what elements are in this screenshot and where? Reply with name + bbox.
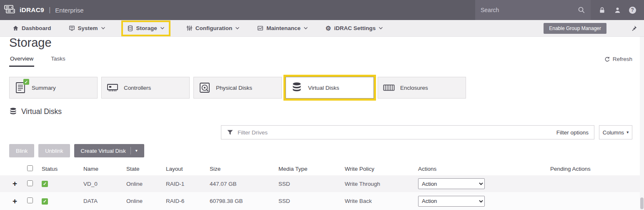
table-row: + ✓ DATA Online RAID-6 60798.38 GB SSD W… [0, 192, 640, 210]
idrac-storage-screen: iDRAC9 | Enterprise [0, 0, 644, 210]
storage-cards: ✓ Summary Controllers [9, 77, 466, 99]
nav-item-maintenance[interactable]: Maintenance [257, 25, 308, 31]
section-head: Virtual Disks [9, 107, 62, 116]
vertical-scrollbar-track[interactable] [640, 37, 644, 210]
card-virtual-disks[interactable]: Virtual Disks [286, 77, 374, 99]
check-glyph: ✓ [43, 181, 47, 187]
tabs: Overview Tasks [9, 56, 66, 67]
check-glyph: ✓ [25, 80, 28, 84]
card-controllers[interactable]: Controllers [101, 77, 190, 99]
refresh-button[interactable]: Refresh [604, 56, 632, 62]
enable-group-manager-button[interactable]: Enable Group Manager [544, 23, 606, 34]
nav-label: Storage [136, 25, 157, 31]
help-icon[interactable]: ? [629, 7, 636, 14]
virtual-disks-section-icon [9, 107, 17, 116]
chevron-down-icon [160, 27, 165, 30]
column-header-media-type: Media Type [278, 166, 345, 172]
gear-icon: ⚙ [326, 25, 331, 31]
topbar-icons: ? [591, 0, 644, 20]
expand-row-button[interactable]: + [9, 179, 27, 188]
chevron-down-icon [378, 27, 383, 30]
columns-dropdown-button[interactable]: Columns ▾ [599, 125, 632, 139]
cell-size: 447.07 GB [210, 181, 278, 187]
chevron-down-icon [235, 27, 240, 30]
nav-label: System [78, 25, 98, 31]
storage-icon [127, 25, 133, 32]
ok-badge-icon: ✓ [23, 79, 29, 85]
cell-write-policy: Write Back [345, 198, 418, 204]
refresh-label: Refresh [613, 56, 632, 62]
virtual-disks-icon [291, 81, 303, 94]
card-label: Summary [32, 85, 56, 91]
cell-state: Online [126, 181, 166, 187]
nav-item-configuration[interactable]: Configuration [186, 25, 240, 31]
unblink-button[interactable]: Unblink [38, 144, 70, 157]
brand-edition: Enterprise [55, 7, 83, 14]
cell-layout: RAID-1 [166, 181, 210, 187]
brand: iDRAC9 | Enterprise [3, 0, 84, 20]
button-divider [130, 147, 131, 154]
cell-name: VD_0 [83, 181, 126, 187]
pin-icon[interactable] [631, 25, 637, 32]
check-glyph: ✓ [43, 199, 47, 204]
select-all-checkbox[interactable] [27, 165, 33, 171]
filter-options-link[interactable]: Filter options [556, 129, 589, 136]
filter-funnel-icon [227, 129, 233, 136]
topbar: iDRAC9 | Enterprise [0, 0, 644, 20]
column-header-write-policy: Write Policy [345, 166, 418, 172]
column-header-name: Name [83, 166, 126, 172]
page-title: Storage [9, 36, 52, 50]
nav-item-system[interactable]: System [69, 25, 105, 31]
blink-button[interactable]: Blink [9, 144, 34, 157]
column-header-size: Size [210, 166, 278, 172]
topbar-search [475, 0, 591, 20]
configuration-icon [186, 25, 193, 31]
column-header-status: Status [42, 166, 83, 172]
nav-item-idrac-settings[interactable]: ⚙ iDRAC Settings [326, 25, 383, 31]
card-summary[interactable]: ✓ Summary [9, 77, 98, 99]
filter-drives-input[interactable] [238, 129, 552, 136]
row-checkbox[interactable] [27, 180, 33, 186]
column-header-actions: Actions [418, 166, 550, 172]
card-label: Virtual Disks [308, 85, 339, 91]
row-action-select[interactable]: Action [418, 196, 485, 207]
row-action-select[interactable]: Action [418, 178, 485, 189]
controllers-icon [107, 81, 118, 94]
expand-row-button[interactable]: + [9, 197, 27, 206]
nav-label: Dashboard [22, 25, 51, 31]
virtual-disks-table: Status Name State Layout Size Media Type… [0, 162, 640, 210]
chevron-down-icon [101, 27, 105, 30]
card-physical-disks[interactable]: Physical Disks [193, 77, 282, 99]
main-nav: Dashboard System Storage [0, 20, 644, 37]
create-virtual-disk-button[interactable]: Create Virtual Disk ▾ [74, 144, 144, 157]
table-header: Status Name State Layout Size Media Type… [0, 162, 640, 175]
nav-item-dashboard[interactable]: Dashboard [13, 25, 51, 31]
table-toolbar: Blink Unblink Create Virtual Disk ▾ [9, 144, 144, 157]
tab-tasks[interactable]: Tasks [50, 56, 66, 67]
summary-icon: ✓ [15, 81, 26, 94]
vertical-scrollbar-thumb[interactable] [640, 197, 644, 209]
cell-size: 60798.38 GB [210, 198, 278, 204]
physical-disks-icon [199, 81, 210, 94]
row-checkbox[interactable] [27, 197, 33, 203]
user-icon[interactable] [614, 7, 621, 14]
search-input[interactable] [481, 7, 574, 13]
create-virtual-disk-label: Create Virtual Disk [81, 148, 126, 154]
nav-item-storage[interactable]: Storage [123, 22, 169, 35]
status-ok-icon: ✓ [42, 198, 48, 205]
filter-bar: Filter options [221, 125, 594, 139]
nav-label: Configuration [195, 25, 232, 31]
columns-label: Columns [603, 129, 624, 136]
cell-layout: RAID-6 [166, 198, 210, 204]
brand-name: iDRAC9 [20, 6, 44, 14]
home-icon [13, 25, 19, 31]
tab-overview[interactable]: Overview [9, 56, 34, 67]
column-header-layout: Layout [166, 166, 210, 172]
system-icon [69, 25, 75, 31]
cell-state: Online [126, 198, 166, 204]
search-icon[interactable] [578, 6, 585, 14]
card-label: Enclosures [400, 85, 428, 91]
card-enclosures[interactable]: Enclosures [378, 77, 466, 99]
brand-separator: | [49, 6, 50, 14]
lock-icon[interactable] [599, 7, 606, 14]
